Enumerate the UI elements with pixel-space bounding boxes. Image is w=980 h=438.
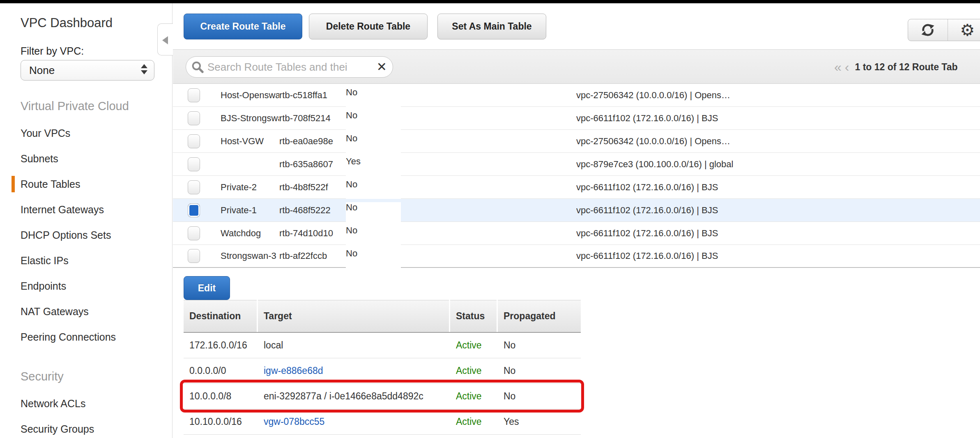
cell-target: local (258, 340, 449, 351)
route-row: 172.16.0.0/16 local Active No (184, 333, 581, 358)
sidebar-item-subnets[interactable]: Subnets (0, 146, 173, 171)
collapse-left-icon (162, 36, 168, 44)
sidebar-collapse-button[interactable] (157, 23, 173, 55)
row-checkbox[interactable] (188, 180, 200, 194)
top-black-bar (0, 0, 980, 3)
cell-status: Active (450, 365, 497, 376)
row-checkbox-checked[interactable] (188, 203, 200, 217)
table-row[interactable]: Watchdog rtb-74d10d10 1 Subnet No vpc-66… (173, 222, 980, 245)
sidebar-item-endpoints[interactable]: Endpoints (0, 273, 173, 299)
cell-destination: 10.10.0.0/16 (184, 416, 257, 427)
cell-name: Host-VGW (221, 136, 279, 147)
pagination-prev-icon[interactable]: ‹ (845, 60, 849, 74)
sidebar-item-your-vpcs[interactable]: Your VPCs (0, 120, 173, 146)
search-icon (191, 60, 204, 74)
search-toolbar: ✕ « ‹ 1 to 12 of 12 Route Tab (173, 49, 980, 84)
cell-status: Active (450, 416, 497, 427)
edit-button[interactable]: Edit (184, 276, 230, 300)
sidebar-item-nat-gateways[interactable]: NAT Gateways (0, 299, 173, 324)
settings-button[interactable]: ⚙ (948, 19, 980, 41)
search-input[interactable] (207, 61, 377, 74)
row-checkbox[interactable] (188, 88, 200, 102)
cell-vpc: vpc-6611f102 (172.16.0.0/16) | BJS (576, 228, 980, 239)
cell-vpc: vpc-6611f102 (172.16.0.0/16) | BJS (576, 205, 980, 216)
vpc-filter-value: None (21, 64, 55, 77)
cell-name: Private-2 (221, 182, 279, 193)
column-header-propagated: Propagated (498, 300, 581, 332)
pagination: « ‹ 1 to 12 of 12 Route Tab (834, 50, 958, 84)
sidebar: VPC Dashboard Filter by VPC: None Virtua… (0, 3, 173, 438)
table-row[interactable]: rtb-635a8607 0 Subnets Yes vpc-879e7ce3 … (173, 153, 980, 176)
table-row[interactable]: Strongswan-3 rtb-af22fccb 1 Subnet No vp… (173, 245, 980, 268)
main-panel: Create Route Table Delete Route Table Se… (173, 3, 980, 438)
row-checkbox[interactable] (188, 157, 200, 171)
row-checkbox[interactable] (188, 134, 200, 148)
gear-icon: ⚙ (960, 22, 975, 38)
cell-vpc: vpc-27506342 (10.0.0.0/16) | Opens… (576, 90, 980, 101)
filter-by-vpc-label: Filter by VPC: (21, 45, 84, 57)
cell-vpc: vpc-6611f102 (172.16.0.0/16) | BJS (576, 251, 980, 261)
cell-status: Active (450, 391, 497, 402)
cell-vpc: vpc-879e7ce3 (100.100.0.0/16) | global (576, 159, 980, 170)
cell-propagated: No (498, 365, 581, 376)
table-actions-group: ⚙ (908, 19, 980, 41)
routes-table-header: Destination Target Status Propagated (184, 300, 581, 333)
sidebar-item-dhcp-options-sets[interactable]: DHCP Options Sets (0, 222, 173, 248)
clear-search-icon[interactable]: ✕ (377, 61, 387, 73)
sidebar-item-peering-connections[interactable]: Peering Connections (0, 324, 173, 350)
target-link[interactable]: igw-e886e68d (258, 365, 449, 376)
cell-destination: 0.0.0.0/0 (184, 365, 257, 376)
cell-propagated: No (498, 391, 581, 402)
cell-name: Strongswan-3 (221, 251, 279, 261)
cell-destination: 172.16.0.0/16 (184, 340, 257, 351)
delete-route-table-button[interactable]: Delete Route Table (309, 14, 428, 39)
refresh-icon (920, 22, 936, 38)
vpc-console-page: VPC Dashboard Filter by VPC: None Virtua… (0, 0, 980, 438)
sidebar-item-network-acls[interactable]: Network ACLs (0, 391, 173, 416)
route-row-annotated: 10.0.0.0/8 eni-3292877a / i-0e1466e8a5dd… (184, 384, 581, 409)
column-header-destination: Destination (184, 300, 257, 332)
row-checkbox[interactable] (188, 111, 200, 125)
cell-vpc: vpc-6611f102 (172.16.0.0/16) | BJS (576, 113, 980, 124)
cell-name: Private-1 (221, 205, 279, 216)
row-checkbox[interactable] (188, 226, 200, 240)
cell-name: Host-Openswan (221, 90, 279, 101)
sidebar-item-internet-gateways[interactable]: Internet Gateways (0, 197, 173, 222)
cell-vpc: vpc-27506342 (10.0.0.0/16) | Opens… (576, 136, 980, 147)
column-header-target: Target (258, 300, 449, 332)
cell-status: Active (450, 340, 497, 351)
cell-target: eni-3292877a / i-0e1466e8a5dd4892c (258, 391, 449, 402)
sidebar-item-security-groups[interactable]: Security Groups (0, 416, 173, 438)
sidebar-nav-vpc: Your VPCs Subnets Route Tables Internet … (0, 120, 173, 350)
route-tables-table: Host-Openswan rtb-c518ffa1 0 Subnets No … (173, 84, 980, 268)
sidebar-item-elastic-ips[interactable]: Elastic IPs (0, 248, 173, 273)
table-row-selected[interactable]: Private-1 rtb-468f5222 1 Subnet No vpc-6… (173, 199, 980, 222)
route-row: 0.0.0.0/0 igw-e886e68d Active No (184, 358, 581, 384)
cell-name: BJS-Strongswan (221, 113, 279, 124)
table-row[interactable]: Private-2 rtb-4b8f522f 1 Subnet No vpc-6… (173, 176, 980, 199)
select-stepper-icon (141, 64, 147, 74)
cell-propagated: No (498, 340, 581, 351)
cell-propagated: Yes (498, 416, 581, 427)
cell-destination: 10.0.0.0/8 (184, 391, 257, 402)
table-row[interactable]: Host-Openswan rtb-c518ffa1 0 Subnets No … (173, 84, 980, 107)
section-heading-vpc: Virtual Private Cloud (21, 99, 129, 113)
search-box: ✕ (186, 56, 393, 78)
create-route-table-button[interactable]: Create Route Table (184, 14, 302, 39)
set-as-main-table-button[interactable]: Set As Main Table (437, 14, 546, 39)
column-header-status: Status (450, 300, 497, 332)
pagination-first-icon[interactable]: « (834, 60, 842, 74)
table-row[interactable]: Host-VGW rtb-ea0ae98e 1 Subnet No vpc-27… (173, 130, 980, 153)
target-link[interactable]: vgw-078bcc55 (258, 416, 449, 427)
vpc-filter-select[interactable]: None (21, 60, 154, 81)
route-row: 10.10.0.0/16 vgw-078bcc55 Active Yes (184, 409, 581, 435)
routes-table: Destination Target Status Propagated 172… (184, 300, 581, 435)
cell-name: Watchdog (221, 228, 279, 239)
sidebar-nav-security: Network ACLs Security Groups (0, 391, 173, 438)
sidebar-item-route-tables[interactable]: Route Tables (0, 171, 173, 197)
table-row[interactable]: BJS-Strongswan rtb-708f5214 2 Subnets No… (173, 107, 980, 130)
row-checkbox[interactable] (188, 249, 200, 263)
refresh-button[interactable] (908, 19, 948, 41)
pagination-range: 1 to 12 of 12 Route Tab (855, 62, 957, 73)
page-title: VPC Dashboard (21, 16, 113, 30)
